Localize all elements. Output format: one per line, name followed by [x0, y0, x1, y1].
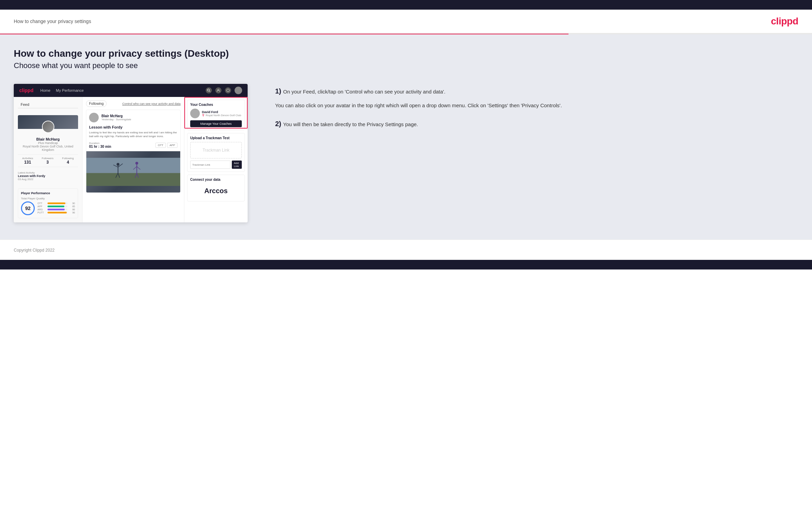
control-privacy-link[interactable]: Control who can see your activity and da… — [122, 102, 181, 106]
stat-activities: Activities 131 — [22, 157, 33, 165]
mockup-right-panel: Your Coaches David Ford Royal North Devo… — [184, 97, 248, 222]
mockup-nav-links: Home My Performance — [40, 88, 84, 92]
profile-name: Blair McHarg — [18, 137, 78, 141]
page-heading: How to change your privacy settings (Des… — [14, 48, 798, 59]
trackman-input[interactable] — [190, 161, 230, 169]
add-link-button[interactable]: Add Link — [232, 161, 242, 169]
svg-point-0 — [207, 89, 209, 91]
stat-followers: Followers 3 — [42, 157, 53, 165]
svg-rect-5 — [86, 172, 180, 186]
feed-tab: Feed — [18, 101, 78, 108]
pp-bars: OTT 90 APP 85 ARG — [37, 202, 75, 214]
mockup-nav-right — [206, 87, 242, 94]
top-bar — [0, 0, 812, 10]
stat-following: Following 4 — [62, 157, 74, 165]
nav-link-home: Home — [40, 88, 50, 92]
feed-header: Following Control who can see your activ… — [86, 100, 181, 107]
upload-title: Upload a Trackman Test — [190, 136, 242, 140]
ott-badge: OTT — [155, 143, 166, 148]
svg-point-7 — [117, 163, 119, 166]
globe-icon — [225, 87, 231, 93]
header-title: How to change your privacy settings — [14, 19, 91, 24]
svg-point-19 — [203, 114, 204, 115]
svg-point-13 — [136, 162, 138, 165]
connect-title: Connect your data — [190, 178, 242, 181]
activity-image — [86, 151, 180, 192]
player-performance: Player Performance Total Player Quality … — [18, 188, 78, 218]
activity-avatar — [89, 113, 99, 122]
mockup-sidebar: Feed Blair McHarg Plus Handicap Royal No… — [14, 97, 83, 222]
footer-text: Copyright Clippd 2022 — [14, 248, 55, 253]
profile-stats: Activities 131 Followers 3 Following 4 — [18, 154, 78, 167]
instructions: 1) On your Feed, click/tap on 'Control w… — [275, 84, 798, 139]
svg-rect-6 — [86, 158, 180, 173]
avatar-icon — [235, 87, 242, 94]
trackman-placeholder: Trackman Link — [190, 142, 242, 158]
svg-point-3 — [227, 89, 229, 92]
profile-card: Blair McHarg Plus Handicap Royal North D… — [18, 112, 78, 186]
manage-coaches-button[interactable]: Manage Your Coaches — [190, 120, 242, 127]
location-icon — [202, 114, 205, 117]
instruction-2: 2) You will then be taken directly to th… — [275, 120, 798, 129]
main-content: How to change your privacy settings (Des… — [0, 34, 812, 240]
latest-activity: Latest Activity Lesson with Fordy 03 Aug… — [18, 170, 78, 182]
mockup-body: Feed Blair McHarg Plus Handicap Royal No… — [14, 97, 248, 222]
user-icon — [215, 87, 221, 93]
pp-score: 92 — [21, 201, 35, 215]
svg-line-1 — [209, 91, 210, 92]
nav-link-performance: My Performance — [56, 88, 84, 92]
profile-club: Royal North Devon Golf Club, United King… — [18, 145, 78, 152]
upload-trackman-card: Upload a Trackman Test Trackman Link Add… — [187, 133, 245, 172]
mockup-feed: Following Control who can see your activ… — [83, 97, 184, 222]
mockup-logo: clippd — [19, 88, 33, 93]
desktop-mockup: clippd Home My Performance — [14, 84, 248, 222]
coach-row: David Ford Royal North Devon Golf Club — [190, 109, 242, 118]
footer: Copyright Clippd 2022 — [0, 240, 812, 260]
page-subheading: Choose what you want people to see — [14, 61, 798, 70]
profile-subtitle: Plus Handicap — [18, 141, 78, 145]
arccos-logo: Arccos — [190, 184, 242, 198]
coaches-title: Your Coaches — [190, 103, 242, 107]
your-coaches-card: Your Coaches David Ford Royal North Devo… — [187, 100, 245, 130]
connect-data-card: Connect your data Arccos — [187, 175, 245, 201]
clippd-logo: clippd — [771, 16, 798, 27]
instruction-1: 1) On your Feed, click/tap on 'Control w… — [275, 87, 798, 110]
coach-avatar — [190, 109, 200, 118]
mockup-navbar: clippd Home My Performance — [14, 84, 248, 97]
following-button[interactable]: Following — [86, 100, 107, 107]
activity-card: Blair McHarg Yesterday · Sunningdale Les… — [86, 110, 181, 193]
bottom-bar — [0, 260, 812, 269]
app-badge: APP — [167, 143, 177, 148]
content-row: clippd Home My Performance — [14, 84, 798, 222]
search-icon — [206, 87, 212, 93]
header: How to change your privacy settings clip… — [0, 10, 812, 34]
